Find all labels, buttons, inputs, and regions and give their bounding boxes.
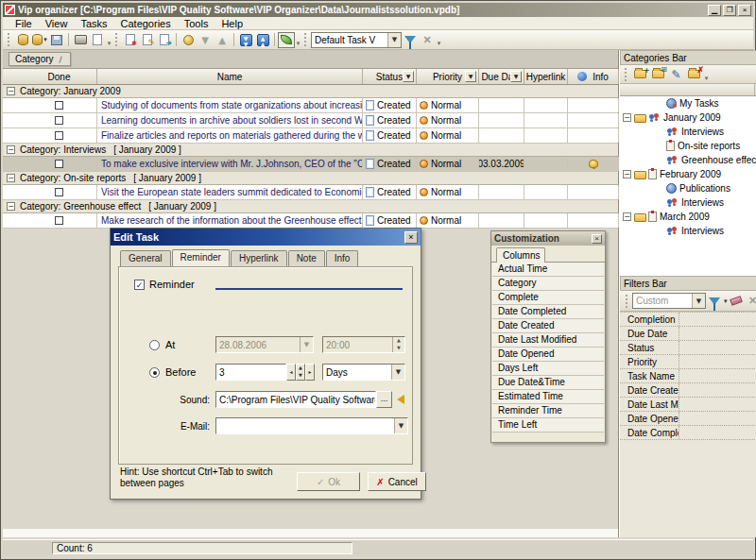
delete-category-button[interactable] [685,66,703,82]
columns-tab[interactable]: Columns [496,247,545,263]
menu-item[interactable]: Categories [114,17,178,30]
header-due-date[interactable]: Due Date▼ [479,69,524,84]
collapse-group-icon[interactable]: − [7,145,15,154]
collapse-node-icon[interactable]: − [623,113,631,122]
ok-button[interactable]: ✓ Ok [297,472,360,491]
header-info[interactable]: Info [568,69,619,84]
toolbar-overflow[interactable]: ▾ [295,32,301,47]
menu-item[interactable]: File [9,17,39,30]
print-button[interactable] [72,32,89,48]
delete-filter-button[interactable]: ✕ [745,293,756,309]
customization-title-bar[interactable]: Customization × [491,231,605,246]
task-row[interactable]: To make exclusive interview with Mr. J.J… [3,157,618,172]
task-done-checkbox[interactable] [55,101,63,110]
filter-dropdown-icon[interactable]: ▼ [465,71,476,82]
apply-filter-button[interactable] [706,293,723,309]
edit-category-button[interactable]: ✎ [667,66,685,82]
task-done-checkbox[interactable] [55,160,63,168]
task-row[interactable]: Visit the European state leaders summit … [3,185,618,200]
column-list-item[interactable]: Date Last Modified [492,333,604,348]
toolbar-grip[interactable] [304,33,308,46]
print-preview-button[interactable] [89,32,106,48]
category-group-row[interactable]: − Category: On-site reports [ January 20… [3,172,618,185]
collapse-group-icon[interactable]: − [7,174,15,182]
task-row[interactable]: Learning documents in archive about sold… [3,113,618,128]
filter-value-cell[interactable]: ▼ [679,369,756,382]
tree-item[interactable]: − Greenhouse effect 1 1 [620,153,756,167]
toolbar-overflow[interactable]: ▾ [436,32,442,47]
chevron-down-icon[interactable]: ▼ [300,337,313,352]
toolbar-grip[interactable] [625,68,628,81]
before-spin-buttons[interactable]: ◂ ▲▼ ▸ [286,364,315,381]
column-list-item[interactable]: Due Date&Time [492,376,604,390]
before-unit-combo[interactable]: Days ▼ [322,364,405,381]
maximize-button[interactable]: ❐ [723,5,736,16]
chevron-down-icon[interactable]: ▼ [387,33,401,47]
reminder-checkbox[interactable]: ✓ [134,280,145,290]
filter-value-cell[interactable]: ▼ [679,412,756,425]
open-database-button[interactable]: ▾ [31,32,48,48]
minimize-button[interactable]: ▁ [708,5,721,16]
toolbar-overflow[interactable]: ▾ [106,32,112,47]
column-list-item[interactable]: Time Left [492,418,604,433]
dialog-tab[interactable]: Info [326,250,359,266]
task-done-checkbox[interactable] [55,188,63,196]
spin-updown-icons[interactable]: ▲▼ [296,364,305,381]
menu-item[interactable]: Help [215,17,249,30]
header-priority[interactable]: Priority▼ [417,69,479,84]
at-time-spinner[interactable]: 20:00 ▲▼ [322,336,405,353]
task-name[interactable]: Learning documents in archive about sold… [97,113,363,127]
column-list-item[interactable]: Date Completed [492,305,604,319]
toolbar-overflow[interactable]: ▾ [703,67,710,82]
spin-left-icon[interactable]: ◂ [286,364,296,381]
chevron-down-icon[interactable]: ▼ [692,294,705,308]
menu-item[interactable]: Tools [178,17,215,30]
header-name[interactable]: Name [97,69,363,84]
tree-item[interactable]: − January 2009 6 6 [620,110,756,125]
task-view-combo[interactable]: Default Task V ▼ [311,32,402,48]
menu-item[interactable]: View [39,17,75,30]
clear-view-button[interactable]: ✕ [419,32,436,48]
filter-value-cell[interactable]: ▼ [679,341,756,354]
filter-value-cell[interactable]: ▼ [679,383,756,397]
task-name[interactable]: Studying of documents from state organiz… [97,98,363,112]
header-hyperlink[interactable]: Hyperlink [524,69,568,84]
column-list-item[interactable]: Complete [492,291,604,305]
filter-value-cell[interactable]: ▼ [679,313,756,326]
before-value-input[interactable]: 3 [215,364,286,381]
close-button[interactable]: × [738,5,751,16]
dialog-tab[interactable]: Hyperlink [231,250,287,266]
time-spin-buttons[interactable]: ▲▼ [392,337,404,352]
menu-item[interactable]: Tasks [74,17,113,30]
tree-item[interactable]: − Publications [620,181,756,195]
task-name[interactable]: Make research of the information about t… [97,213,363,228]
apply-view-button[interactable] [402,32,419,48]
task-done-checkbox[interactable] [55,131,63,140]
sound-path-input[interactable]: C:\Program Files\VIP Quality Software\VI… [215,391,376,408]
browse-sound-button[interactable]: ... [376,391,392,408]
tree-item[interactable]: − Interviews [620,195,756,210]
spin-right-icon[interactable]: ▸ [305,364,315,381]
category-group-row[interactable]: − Category: Greenhouse effect [ January … [3,200,618,213]
column-list-item[interactable]: Date Created [492,319,604,333]
tree-item[interactable]: − My Tasks [620,96,756,110]
toolbar-grip[interactable] [8,33,11,46]
header-status[interactable]: Status▼ [363,69,417,84]
column-list-item[interactable]: Date Opened [492,348,604,362]
toolbar-grip[interactable] [626,295,629,308]
dialog-title-bar[interactable]: Edit Task × [111,229,421,246]
at-date-combo[interactable]: 28.08.2006 ▼ [215,336,314,353]
task-row[interactable]: Finalize articles and reports on materia… [3,128,618,144]
filter-preset-combo[interactable]: Custom ▼ [632,293,706,309]
chevron-down-icon[interactable]: ▼ [391,365,404,380]
filter-value-cell[interactable]: ▼ [679,426,756,439]
column-list-item[interactable]: Days Left [492,362,604,376]
collapse-node-icon[interactable]: − [623,212,631,221]
email-combo[interactable]: ▼ [215,417,408,434]
dialog-tab[interactable]: Note [288,250,325,266]
chevron-down-icon[interactable]: ▼ [394,418,407,433]
move-up-button[interactable]: ▲ [214,32,231,48]
column-list-item[interactable]: Reminder Time [492,404,604,418]
new-category-button[interactable] [631,66,649,82]
column-list-item[interactable]: Estimated Time [492,390,604,404]
